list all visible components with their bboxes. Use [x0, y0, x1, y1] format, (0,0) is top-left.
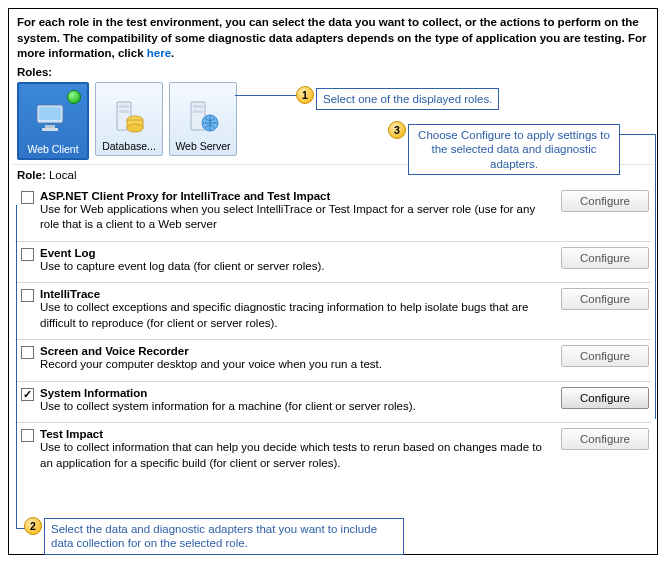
adapter-title: Event Log — [40, 247, 543, 259]
svg-point-9 — [127, 124, 143, 132]
adapter-checkbox[interactable] — [21, 248, 34, 261]
adapter-body: Event LogUse to capture event log data (… — [40, 247, 543, 275]
adapter-row: Screen and Voice RecorderRecord your com… — [15, 339, 651, 381]
intro-text: For each role in the test environment, y… — [13, 13, 653, 62]
db-server-icon — [109, 98, 149, 136]
configure-button[interactable]: Configure — [561, 190, 649, 212]
role-tile-web-client[interactable]: Web Client — [17, 82, 89, 160]
role-tile-label: Web Client — [27, 143, 78, 155]
intro-after: . — [171, 47, 174, 59]
configure-button[interactable]: Configure — [561, 247, 649, 269]
adapter-body: System InformationUse to collect system … — [40, 387, 543, 415]
monitor-icon — [33, 101, 73, 139]
adapter-title: Screen and Voice Recorder — [40, 345, 543, 357]
callout-3: Choose Configure to apply settings to th… — [408, 124, 620, 175]
role-tile-label: Database... — [102, 140, 156, 152]
active-badge-icon — [67, 90, 81, 104]
configure-button[interactable]: Configure — [561, 387, 649, 409]
here-link[interactable]: here — [147, 47, 171, 59]
adapter-title: ASP.NET Client Proxy for IntelliTrace an… — [40, 190, 543, 202]
svg-rect-2 — [45, 125, 55, 128]
adapter-desc: Record your computer desktop and your vo… — [40, 357, 543, 373]
adapter-row: IntelliTraceUse to collect exceptions an… — [15, 282, 651, 339]
intro-before: For each role in the test environment, y… — [17, 16, 646, 59]
role-tile-label: Web Server — [175, 140, 230, 152]
adapter-row: System InformationUse to collect system … — [15, 381, 651, 423]
configure-button[interactable]: Configure — [561, 288, 649, 310]
web-server-icon — [183, 98, 223, 136]
svg-rect-6 — [119, 110, 129, 113]
role-value: Local — [49, 169, 77, 181]
adapter-checkbox[interactable] — [21, 388, 34, 401]
adapter-body: IntelliTraceUse to collect exceptions an… — [40, 288, 543, 331]
adapter-body: ASP.NET Client Proxy for IntelliTrace an… — [40, 190, 543, 233]
roles-label: Roles: — [13, 62, 653, 78]
adapter-desc: Use to collect information that can help… — [40, 440, 543, 471]
adapter-checkbox[interactable] — [21, 429, 34, 442]
role-tile-database-[interactable]: Database... — [95, 82, 163, 156]
callout-badge-3: 3 — [388, 121, 406, 139]
callout-badge-1: 1 — [296, 86, 314, 104]
adapter-title: IntelliTrace — [40, 288, 543, 300]
configure-button[interactable]: Configure — [561, 345, 649, 367]
adapter-row: Event LogUse to capture event log data (… — [15, 241, 651, 283]
configure-button[interactable]: Configure — [561, 428, 649, 450]
adapter-desc: Use for Web applications when you select… — [40, 202, 543, 233]
svg-rect-1 — [39, 107, 61, 120]
adapter-row: Test ImpactUse to collect information th… — [15, 422, 651, 479]
callout-1: Select one of the displayed roles. — [316, 88, 499, 110]
adapter-desc: Use to capture event log data (for clien… — [40, 259, 543, 275]
callout-badge-2: 2 — [24, 517, 42, 535]
adapter-body: Test ImpactUse to collect information th… — [40, 428, 543, 471]
adapter-title: Test Impact — [40, 428, 543, 440]
adapter-checkbox[interactable] — [21, 346, 34, 359]
adapter-desc: Use to collect system information for a … — [40, 399, 543, 415]
svg-rect-3 — [42, 128, 58, 131]
adapter-checkbox[interactable] — [21, 289, 34, 302]
role-label: Role: — [17, 169, 46, 181]
adapter-desc: Use to collect exceptions and specific d… — [40, 300, 543, 331]
callout-2: Select the data and diagnostic adapters … — [44, 518, 404, 555]
adapter-body: Screen and Voice RecorderRecord your com… — [40, 345, 543, 373]
svg-rect-5 — [119, 105, 129, 108]
adapter-title: System Information — [40, 387, 543, 399]
svg-rect-11 — [193, 105, 203, 108]
adapter-checkbox[interactable] — [21, 191, 34, 204]
svg-rect-12 — [193, 110, 203, 113]
adapter-list: ASP.NET Client Proxy for IntelliTrace an… — [13, 185, 653, 480]
role-tile-web-server[interactable]: Web Server — [169, 82, 237, 156]
adapter-row: ASP.NET Client Proxy for IntelliTrace an… — [15, 185, 651, 241]
